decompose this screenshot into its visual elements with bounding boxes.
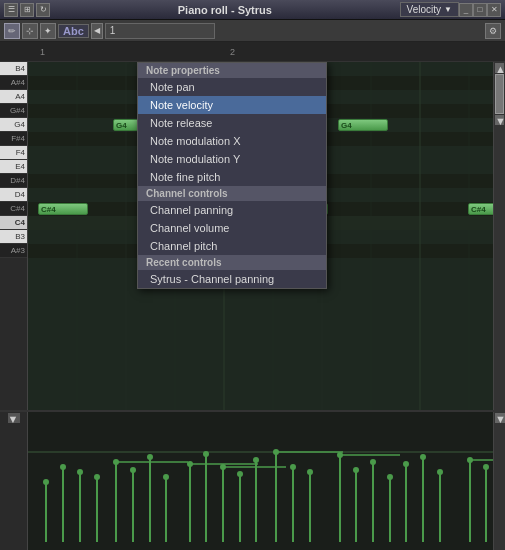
key-cs4[interactable]: C#4	[0, 202, 27, 216]
key-as3[interactable]: A#3	[0, 244, 27, 258]
vel-scrollbar[interactable]: ▼	[493, 412, 505, 550]
select-tool[interactable]: ⊹	[22, 23, 38, 39]
velocity-area: ▼	[0, 410, 505, 550]
scrollbar-thumb[interactable]	[495, 74, 504, 114]
svg-point-24	[147, 454, 153, 460]
note-cs4-1[interactable]: C#4	[38, 203, 88, 215]
note-cs4-3[interactable]: C#4	[468, 203, 493, 215]
velocity-keys: ▼	[0, 412, 28, 550]
title-bar-icons: ☰ ⊞ ↻	[4, 3, 50, 17]
menu-note-pan[interactable]: Note pan	[138, 78, 326, 96]
menu-note-velocity[interactable]: Note velocity	[138, 96, 326, 114]
key-gs4[interactable]: G#4	[0, 104, 27, 118]
menu-channel-pitch[interactable]: Channel pitch	[138, 237, 326, 255]
svg-point-60	[437, 469, 443, 475]
key-fs4[interactable]: F#4	[0, 132, 27, 146]
menu-sytrus-panning[interactable]: Sytrus - Channel panning	[138, 270, 326, 288]
key-e4[interactable]: E4	[0, 160, 27, 174]
vel-scroll-down[interactable]: ▼	[495, 413, 505, 423]
menu-note-modulation-x[interactable]: Note modulation X	[138, 132, 326, 150]
menu-note-fine-pitch[interactable]: Note fine pitch	[138, 168, 326, 186]
scroll-left-icon[interactable]: ◀	[91, 23, 103, 39]
recent-controls-header: Recent controls	[138, 255, 326, 270]
vertical-scrollbar[interactable]: ▲ ▼	[493, 62, 505, 410]
key-g4[interactable]: G4	[0, 118, 27, 132]
note-g4-2[interactable]: G4	[338, 119, 388, 131]
key-b4[interactable]: B4	[0, 62, 27, 76]
svg-point-11	[43, 479, 49, 485]
svg-point-36	[237, 471, 243, 477]
main-container: ☰ ⊞ ↻ Piano roll - Sytrus Velocity _ □ ✕…	[0, 0, 505, 550]
menu-channel-panning[interactable]: Channel panning	[138, 201, 326, 219]
svg-point-38	[253, 457, 259, 463]
dropdown-menu: Note properties Note pan Note velocity N…	[137, 62, 327, 289]
key-c4[interactable]: C4	[0, 216, 27, 230]
loop-icon[interactable]: ↻	[36, 3, 50, 17]
svg-point-45	[307, 469, 313, 475]
minimize-icon[interactable]: _	[459, 3, 473, 17]
svg-point-13	[60, 464, 66, 470]
menu-note-release[interactable]: Note release	[138, 114, 326, 132]
velocity-svg	[28, 412, 493, 550]
maximize-icon[interactable]: □	[473, 3, 487, 17]
svg-point-65	[483, 464, 489, 470]
svg-point-22	[130, 467, 136, 473]
key-b3[interactable]: B3	[0, 230, 27, 244]
key-d4[interactable]: D4	[0, 188, 27, 202]
pattern-input[interactable]	[105, 23, 215, 39]
svg-point-50	[353, 467, 359, 473]
svg-point-31	[203, 451, 209, 457]
beat-1: 1	[40, 47, 45, 57]
velocity-dropdown-button[interactable]: Velocity	[400, 2, 459, 17]
scrollbar-down-arrow[interactable]: ▼	[495, 115, 504, 125]
toolbar: ✏ ⊹ ✦ Abc ◀ ⚙	[0, 20, 505, 42]
vel-scroll-icon[interactable]: ▼	[8, 413, 20, 423]
key-as4[interactable]: A#4	[0, 76, 27, 90]
header-row: 1 2	[0, 42, 505, 62]
svg-point-52	[370, 459, 376, 465]
velocity-canvas[interactable]	[28, 412, 493, 550]
beat-2: 2	[230, 47, 235, 57]
settings-icon[interactable]: ⚙	[485, 23, 501, 39]
title-bar: ☰ ⊞ ↻ Piano roll - Sytrus Velocity _ □ ✕	[0, 0, 505, 20]
erase-tool[interactable]: ✦	[40, 23, 56, 39]
menu-icon[interactable]: ☰	[4, 3, 18, 17]
key-f4[interactable]: F4	[0, 146, 27, 160]
abc-label: Abc	[58, 24, 89, 38]
menu-channel-volume[interactable]: Channel volume	[138, 219, 326, 237]
key-ds4[interactable]: D#4	[0, 174, 27, 188]
svg-point-17	[94, 474, 100, 480]
svg-point-54	[387, 474, 393, 480]
roll-container: B4 A#4 A4 G#4 G4 F#4 F4 E4 D#4 D4 C#4 C4…	[0, 62, 505, 410]
pencil-tool[interactable]: ✏	[4, 23, 20, 39]
key-a4[interactable]: A4	[0, 90, 27, 104]
note-properties-header: Note properties	[138, 63, 326, 78]
svg-point-26	[163, 474, 169, 480]
menu-note-modulation-y[interactable]: Note modulation Y	[138, 150, 326, 168]
channel-controls-header: Channel controls	[138, 186, 326, 201]
svg-point-43	[290, 464, 296, 470]
snap-icon[interactable]: ⊞	[20, 3, 34, 17]
svg-point-58	[420, 454, 426, 460]
close-icon[interactable]: ✕	[487, 3, 501, 17]
svg-point-56	[403, 461, 409, 467]
scrollbar-up-arrow[interactable]: ▲	[495, 63, 504, 73]
window-title: Piano roll - Sytrus	[50, 4, 400, 16]
svg-point-15	[77, 469, 83, 475]
piano-keys: B4 A#4 A4 G#4 G4 F#4 F4 E4 D#4 D4 C#4 C4…	[0, 62, 28, 410]
